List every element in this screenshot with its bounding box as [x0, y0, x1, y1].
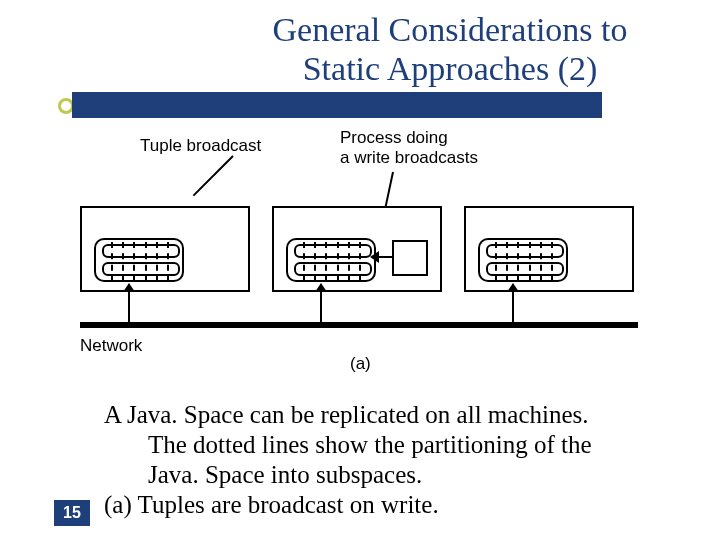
pointer-line — [193, 155, 234, 196]
figure-a: Tuple broadcast Process doing a write br… — [80, 136, 640, 376]
title-underline — [72, 92, 602, 118]
body-paragraph: A Java. Space can be replicated on all m… — [104, 400, 684, 520]
label-network: Network — [80, 336, 142, 356]
body-line2: The dotted lines show the partitioning o… — [104, 430, 684, 460]
machine-box — [464, 206, 634, 292]
title-line2: Static Approaches (2) — [303, 50, 598, 87]
title-line1: General Considerations to — [272, 11, 627, 48]
body-line1: A Java. Space can be replicated on all m… — [104, 401, 589, 428]
process-box-icon — [392, 240, 428, 276]
machine-box — [272, 206, 442, 292]
page-number-badge: 15 — [54, 500, 90, 526]
label-process-line1: Process doing — [340, 128, 448, 147]
drop-arrow-icon — [128, 292, 130, 322]
label-process-line2: a write broadcasts — [340, 148, 478, 167]
tuple-space-icon — [94, 238, 184, 282]
drop-arrow-icon — [512, 292, 514, 322]
label-process: Process doing a write broadcasts — [340, 128, 478, 167]
tuple-space-icon — [286, 238, 376, 282]
body-line4: (a) Tuples are broadcast on write. — [104, 491, 439, 518]
label-tuple-broadcast: Tuple broadcast — [140, 136, 261, 156]
machine-box — [80, 206, 250, 292]
network-bus-icon — [80, 322, 638, 328]
drop-arrow-icon — [320, 292, 322, 322]
slide-title: General Considerations to Static Approac… — [210, 10, 690, 88]
tuple-space-icon — [478, 238, 568, 282]
body-line3: Java. Space into subspaces. — [104, 460, 684, 490]
subfigure-label: (a) — [350, 354, 371, 374]
